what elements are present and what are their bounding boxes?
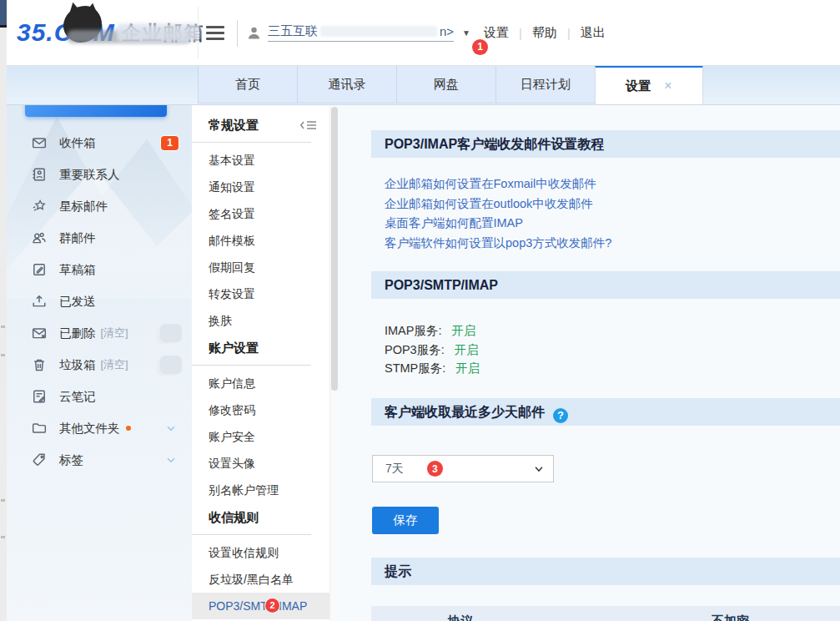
deleted-mail-icon: [32, 326, 47, 341]
divider: [198, 7, 199, 58]
tutorial-link-imap[interactable]: 桌面客户端如何配置IMAP: [385, 214, 611, 234]
tab-netdisk[interactable]: 网盘: [396, 65, 496, 104]
sidebar-item-label: 标签: [59, 452, 83, 468]
save-button[interactable]: 保存: [372, 507, 439, 534]
sidebar-item-tags[interactable]: 标签: [7, 444, 192, 476]
mail-folder-list: 收件箱 1 重要联系人 星标邮件 群邮件 草稿箱 已发送: [7, 127, 192, 476]
sidebar-item-cloud-notes[interactable]: 云笔记: [7, 381, 192, 412]
tab-contacts[interactable]: 通讯录: [297, 65, 397, 104]
sidebar-item-sent[interactable]: 已发送: [7, 285, 192, 317]
sidebar-item-label: 群邮件: [59, 230, 96, 246]
chevron-down-icon[interactable]: [165, 454, 177, 466]
menu-item-forward-settings[interactable]: 转发设置: [209, 280, 329, 307]
days-select[interactable]: 7天 3: [372, 455, 554, 482]
settings-menu: 常规设置 基本设置 通知设置 签名设置 邮件模板 假期回复 转发设置 换肤 账户…: [192, 104, 329, 621]
webmail-settings-page: 35.COM 企业邮箱 三五互联 n> ▼ 设置 1 | 帮助 | 退出: [0, 0, 840, 621]
tutorial-link-outlook[interactable]: 企业邮箱如何设置在outlook中收发邮件: [385, 194, 611, 215]
redaction-overlay: [117, 23, 200, 42]
divider: [192, 142, 311, 143]
sidebar-item-important-contacts[interactable]: 重要联系人: [7, 159, 192, 190]
menu-item-change-password[interactable]: 修改密码: [209, 396, 329, 423]
divider: [237, 20, 238, 47]
unread-count-badge: 1: [161, 136, 179, 150]
sidebar-item-label: 星标邮件: [59, 199, 108, 215]
menu-item-signature-settings[interactable]: 签名设置: [209, 200, 329, 227]
section-title-label: 账户设置: [209, 341, 259, 355]
note-icon: [32, 389, 47, 404]
section-header-label: 客户端收取最近多少天邮件: [385, 405, 545, 419]
chevron-down-icon: [533, 463, 545, 475]
section-title-general: 常规设置: [209, 113, 329, 138]
tab-calendar[interactable]: 日程计划: [495, 65, 596, 104]
collapse-menu-icon[interactable]: [299, 119, 318, 132]
tab-label: 首页: [235, 77, 260, 93]
menu-item-pop3-smtp-imap[interactable]: POP3/SMTP/IMAP 2: [192, 593, 329, 619]
tab-home[interactable]: 首页: [198, 65, 298, 104]
sidebar-item-label: 其他文件夹: [59, 421, 120, 437]
help-link[interactable]: 帮助: [532, 25, 557, 41]
service-status-list: IMAP服务:开启 POP3服务:开启 STMP服务:开启: [385, 321, 480, 378]
sidebar-item-trash[interactable]: 垃圾箱 [清空]: [7, 349, 192, 381]
service-label: STMP服务:: [385, 361, 445, 375]
menu-item-receive-rules[interactable]: 设置收信规则: [209, 539, 329, 566]
service-row-pop3: POP3服务:开启: [385, 341, 480, 360]
menu-item-basic-settings[interactable]: 基本设置: [209, 147, 329, 174]
menu-item-mail-template[interactable]: 邮件模板: [209, 227, 329, 254]
account-menu[interactable]: 三五互联 n>: [268, 23, 454, 42]
tab-label: 日程计划: [521, 77, 571, 93]
sidebar-item-drafts[interactable]: 草稿箱: [7, 254, 192, 285]
service-row-smtp: STMP服务:开启: [385, 359, 480, 378]
caret-down-icon[interactable]: ▼: [462, 28, 470, 38]
selected-option-label: 7天: [385, 462, 404, 477]
account-area: 三五互联 n> ▼ 设置 1 | 帮助 | 退出: [247, 0, 614, 65]
section-title-label: 常规设置: [209, 118, 259, 132]
settings-scrollbar[interactable]: [329, 104, 338, 621]
empty-folder-link[interactable]: [清空]: [101, 326, 128, 341]
sidebar-item-label: 已发送: [59, 294, 96, 310]
tab-settings[interactable]: 设置 ×: [595, 65, 703, 104]
tutorial-link-foxmail[interactable]: 企业邮箱如何设置在Foxmail中收发邮件: [385, 174, 611, 194]
tutorial-link-pop3[interactable]: 客户端软件如何设置以pop3方式收发邮件?: [385, 234, 611, 254]
settings-notification-badge: 1: [472, 39, 488, 55]
sidebar-item-deleted[interactable]: 已删除 [清空]: [7, 317, 192, 349]
menu-item-account-info[interactable]: 账户信息: [209, 370, 329, 396]
mail-sidebar: 写邮件 收件箱 1 重要联系人 星标邮件 群邮件 草稿箱: [7, 65, 192, 621]
scrollbar-thumb[interactable]: [331, 107, 338, 391]
sidebar-item-label: 已删除: [59, 326, 96, 341]
background-text-fragment: [1, 499, 5, 502]
menu-item-notification-settings[interactable]: 通知设置: [209, 174, 329, 200]
divider: [192, 534, 311, 535]
settings-link[interactable]: 设置 1: [484, 25, 509, 41]
chevron-down-icon[interactable]: [165, 422, 177, 434]
sidebar-item-starred[interactable]: 星标邮件: [7, 190, 192, 222]
settings-content: POP3/IMAP客户端收发邮件设置教程 企业邮箱如何设置在Foxmail中收发…: [338, 104, 840, 621]
tutorial-links: 企业邮箱如何设置在Foxmail中收发邮件 企业邮箱如何设置在outlook中收…: [385, 174, 611, 253]
restore-folder-icon[interactable]: [160, 324, 182, 342]
menu-item-anti-spam[interactable]: 反垃圾/黑白名单: [209, 566, 329, 593]
background-window-strip: [0, 0, 7, 621]
notification-badge: 2: [265, 598, 279, 613]
menu-item-avatar-settings[interactable]: 设置头像: [209, 450, 329, 477]
empty-folder-link[interactable]: [清空]: [101, 357, 128, 372]
section-header-tips: 提示: [371, 558, 840, 585]
logout-link[interactable]: 退出: [581, 25, 606, 41]
menu-item-account-security[interactable]: 账户安全: [209, 423, 329, 450]
menu-item-alias-account[interactable]: 别名帐户管理: [209, 477, 329, 503]
sidebar-item-inbox[interactable]: 收件箱 1: [7, 127, 192, 159]
close-icon[interactable]: ×: [664, 78, 671, 93]
table-column-protocol: 协议: [448, 613, 473, 621]
divider: [192, 365, 311, 366]
hamburger-menu-button[interactable]: [206, 26, 224, 40]
sidebar-item-group-mail[interactable]: 群邮件: [7, 222, 192, 254]
sidebar-item-label: 云笔记: [59, 389, 96, 405]
section-header-services: POP3/SMTP/IMAP: [371, 271, 840, 299]
service-row-imap: IMAP服务:开启: [385, 321, 480, 341]
menu-item-vacation-reply[interactable]: 假期回复: [209, 254, 329, 280]
star-icon: [32, 199, 47, 214]
service-status: 开启: [455, 343, 479, 356]
help-icon[interactable]: ?: [553, 408, 568, 423]
sidebar-item-other-folders[interactable]: 其他文件夹: [7, 412, 192, 444]
restore-folder-icon[interactable]: [160, 356, 182, 374]
account-name: 三五互联: [268, 23, 318, 39]
menu-item-skin[interactable]: 换肤: [209, 307, 329, 334]
